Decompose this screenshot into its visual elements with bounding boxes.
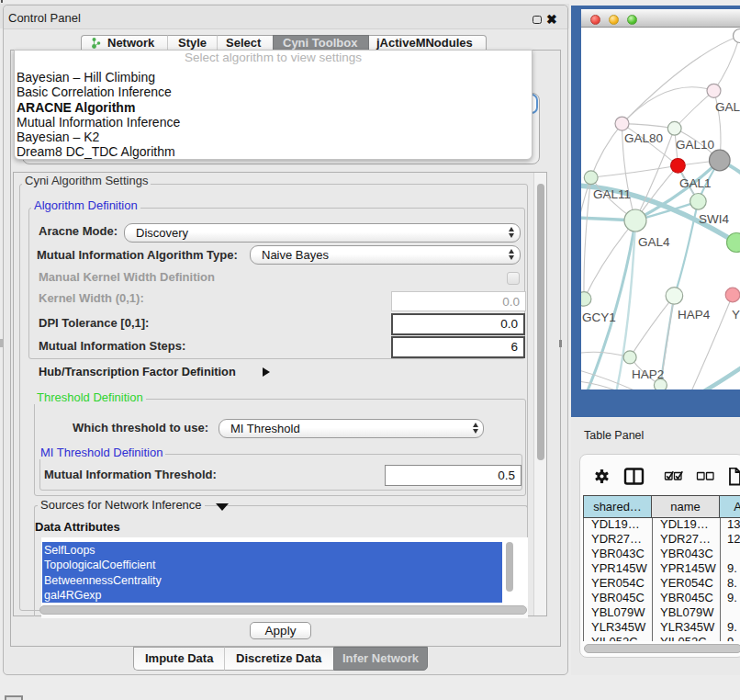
svg-text:GAL11: GAL11 <box>593 187 631 201</box>
svg-text:GAL4: GAL4 <box>638 235 670 249</box>
svg-text:HAP4: HAP4 <box>678 308 711 322</box>
svg-text:GAL80: GAL80 <box>624 131 663 145</box>
svg-text:GAL2: GAL2 <box>715 100 740 114</box>
svg-text:GAL1: GAL1 <box>679 176 712 190</box>
svg-text:YE: YE <box>732 308 740 322</box>
svg-text:GCY1: GCY1 <box>582 310 616 324</box>
svg-text:SWI4: SWI4 <box>699 212 729 226</box>
svg-text:GAL10: GAL10 <box>676 138 714 152</box>
svg-text:HAP2: HAP2 <box>632 367 664 381</box>
